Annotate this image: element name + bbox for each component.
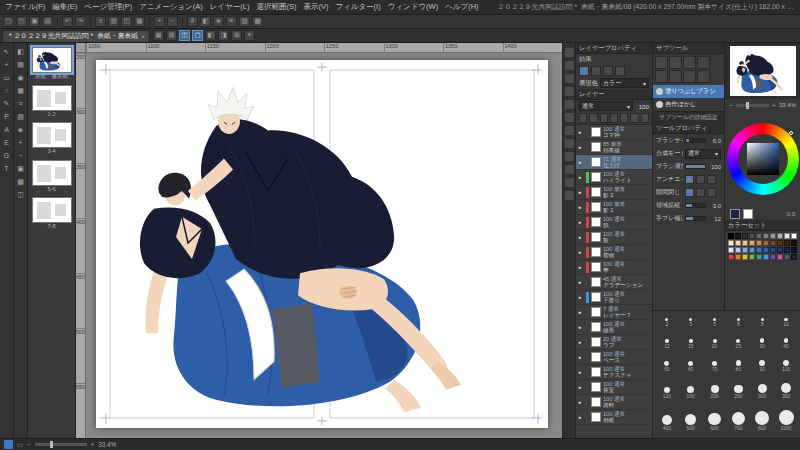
brush-size-preset[interactable]: 10: [774, 318, 798, 327]
brush-size-preset[interactable]: 150: [679, 383, 703, 399]
color-swatch[interactable]: [791, 247, 797, 253]
zoom-out-icon[interactable]: −: [729, 102, 733, 109]
snap-special-icon[interactable]: ◈: [213, 16, 224, 27]
grid-icon[interactable]: #: [187, 16, 198, 27]
layer-property-header[interactable]: レイヤープロパティ: [576, 43, 652, 54]
color-swatch[interactable]: [784, 240, 790, 246]
color-swatch[interactable]: [756, 240, 762, 246]
brush-size-preset[interactable]: 350: [774, 383, 798, 399]
layer-row[interactable]: ●100 通常帯: [576, 260, 652, 275]
property-toggle[interactable]: [685, 175, 694, 184]
palette-tab-icon[interactable]: [565, 87, 574, 96]
property-toggle[interactable]: [696, 188, 705, 197]
color-swatch[interactable]: [749, 254, 755, 260]
palette-tab-icon[interactable]: [565, 48, 574, 57]
menubar-item[interactable]: 表示(V): [303, 2, 328, 12]
palette-tab-icon[interactable]: [565, 100, 574, 109]
color-swatch[interactable]: [735, 247, 741, 253]
palette-tab-icon[interactable]: [565, 74, 574, 83]
layer-color-effect-icon[interactable]: [603, 66, 613, 76]
operation-tool-icon[interactable]: ↖: [1, 46, 12, 57]
layer-visibility-icon[interactable]: ●: [578, 414, 584, 420]
layer-command-icon[interactable]: [579, 113, 587, 123]
paste-icon[interactable]: ▦: [134, 16, 145, 27]
eyedropper-tool-icon[interactable]: ◉: [15, 72, 26, 83]
color-swatch[interactable]: [756, 247, 762, 253]
navigator-zoom-slider[interactable]: [736, 104, 769, 107]
palette-tab-icon[interactable]: [565, 152, 574, 161]
color-swatch[interactable]: [777, 254, 783, 260]
color-swatch[interactable]: [728, 254, 734, 260]
layer-visibility-icon[interactable]: ●: [578, 159, 584, 165]
layer-visibility-icon[interactable]: ●: [578, 399, 584, 405]
color-swatch[interactable]: [742, 247, 748, 253]
sub-color-chip[interactable]: [743, 209, 753, 219]
layer-row[interactable]: ●100 通常背景: [576, 380, 652, 395]
expression-color-dropdown[interactable]: カラー ▾: [600, 78, 649, 88]
hue-ring[interactable]: [727, 123, 799, 195]
extract-line-effect-icon[interactable]: [615, 66, 625, 76]
undo-icon[interactable]: ↶: [62, 16, 73, 27]
color-swatch[interactable]: [791, 233, 797, 239]
brush-size-preset[interactable]: 600: [703, 410, 727, 431]
selection-tool-icon[interactable]: ▭: [1, 72, 12, 83]
decoration-tool-icon[interactable]: ▧: [15, 111, 26, 122]
workspace-icon[interactable]: ▩: [252, 16, 263, 27]
menubar-item[interactable]: ファイル(F): [5, 2, 45, 12]
pen-tool-icon[interactable]: ✎: [1, 98, 12, 109]
selection-launcher-icon[interactable]: ▢: [192, 30, 203, 41]
layer-row[interactable]: ●100 通常ハイライト: [576, 170, 652, 185]
brush-size-preset[interactable]: 700: [726, 410, 750, 431]
palette-tab-icon[interactable]: [565, 126, 574, 135]
brush-size-preset[interactable]: 200: [703, 383, 727, 399]
layer-visibility-icon[interactable]: ●: [578, 384, 584, 390]
palette-tab-icon[interactable]: [565, 61, 574, 70]
layer-row[interactable]: ●100 通常下塗り: [576, 290, 652, 305]
color-swatch[interactable]: [742, 254, 748, 260]
color-swatch[interactable]: [777, 247, 783, 253]
color-swatch[interactable]: [784, 247, 790, 253]
status-zoom-knob[interactable]: [50, 441, 53, 448]
menubar-item[interactable]: 編集(E): [52, 2, 77, 12]
subtool-panel-header[interactable]: サブツール: [653, 43, 724, 54]
open-file-icon[interactable]: ◳: [16, 16, 27, 27]
subtool-group-icon[interactable]: [697, 70, 710, 83]
color-swatch[interactable]: [728, 240, 734, 246]
menubar-item[interactable]: フィルター(I): [335, 2, 380, 12]
color-swatch[interactable]: [763, 240, 769, 246]
tool-property-row[interactable]: 合成モード通常▾: [653, 147, 724, 160]
color-swatch[interactable]: [770, 254, 776, 260]
brush-size-preset[interactable]: 30: [750, 338, 774, 349]
tool-property-row[interactable]: 隙間閉じ: [653, 186, 724, 199]
navigator-panel[interactable]: [725, 43, 800, 99]
color-swatch[interactable]: [728, 233, 734, 239]
layer-command-icon[interactable]: [589, 113, 597, 123]
brush-size-preset[interactable]: 8: [750, 318, 774, 327]
color-swatch[interactable]: [728, 247, 734, 253]
layer-command-icon[interactable]: [600, 113, 608, 123]
zoom-out-icon[interactable]: −: [167, 16, 178, 27]
layer-visibility-icon[interactable]: ●: [578, 354, 584, 360]
menubar-item[interactable]: ヘルプ(H): [445, 2, 478, 12]
property-toggle[interactable]: [696, 175, 705, 184]
layer-visibility-icon[interactable]: ●: [578, 189, 584, 195]
material-icon[interactable]: ▧: [239, 16, 250, 27]
fill-tool-icon[interactable]: ▦: [15, 85, 26, 96]
layer-visibility-icon[interactable]: ●: [578, 219, 584, 225]
property-dropdown[interactable]: 通常▾: [685, 149, 721, 159]
menubar-item[interactable]: 選択範囲(S): [256, 2, 296, 12]
layer-opacity-value[interactable]: 100: [635, 103, 649, 110]
layer-command-icon[interactable]: [641, 113, 649, 123]
layer-visibility-icon[interactable]: ●: [578, 249, 584, 255]
subtool-item[interactable]: 自作ぼかし: [653, 98, 724, 111]
tone-icon[interactable]: ▩: [15, 176, 26, 187]
property-slider[interactable]: [685, 164, 706, 169]
airbrush-tool-icon[interactable]: A: [1, 124, 12, 135]
subtool-group-icon[interactable]: [683, 56, 696, 69]
page-single-view-icon[interactable]: ▤: [166, 30, 177, 41]
document-tab[interactable]: ＊２０２２９光共同誌訪問＊ 表紙・裏表紙 ×: [2, 30, 150, 42]
color-swatch[interactable]: [749, 233, 755, 239]
color-swatch[interactable]: [735, 254, 741, 260]
menubar-item[interactable]: ウィンドウ(W): [388, 2, 438, 12]
layer-row[interactable]: ●100 通常髪: [576, 230, 652, 245]
